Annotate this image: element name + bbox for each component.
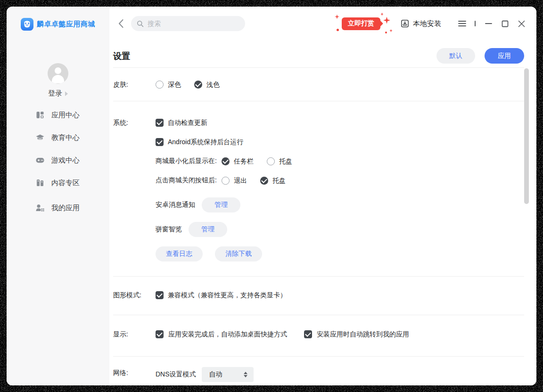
radio-checked-icon[interactable] <box>194 81 202 89</box>
sidebar-item-app-center[interactable]: 应用中心 <box>7 104 109 126</box>
maximize-button[interactable] <box>500 19 510 28</box>
pianchuang-row: 骈窗智览 管理 <box>156 222 524 237</box>
sidebar-nav: 应用中心 教育中心 游戏中心 <box>7 104 109 219</box>
apps-icon <box>35 110 45 120</box>
option-label: Android系统保持后台运行 <box>168 136 243 147</box>
reward-badge-wrap: 立即打赏 <box>342 17 380 30</box>
sidebar-item-label: 我的应用 <box>51 204 80 212</box>
pianchuang-manage-button[interactable]: 管理 <box>189 222 227 237</box>
login-link[interactable]: 登录 <box>7 89 109 98</box>
sparkle-dot-icon <box>385 32 387 33</box>
view-log-button[interactable]: 查看日志 <box>156 246 203 261</box>
page-header: 设置 默认 应用 <box>113 41 524 67</box>
close-option-tray[interactable]: 托盘 <box>260 175 286 186</box>
search-box <box>131 16 245 31</box>
android-background-checkbox-option[interactable]: Android系统保持后台运行 <box>156 136 243 147</box>
close-question-label: 点击商城关闭按钮后: <box>156 176 217 185</box>
sidebar-item-label: 游戏中心 <box>51 156 80 165</box>
skin-option-dark[interactable]: 深色 <box>156 79 181 90</box>
controls-divider <box>475 21 476 26</box>
section-display: 显示: 应用安装完成后，自动添加桌面快捷方式 安装应用时自动跳转到我的应用 <box>113 315 524 356</box>
select-arrows-icon <box>244 372 247 377</box>
header-buttons: 默认 应用 <box>436 48 524 64</box>
section-body: 自动检查更新 Android系统保持后台运行 商城最小化后显示在: <box>156 117 524 261</box>
compat-mode-checkbox-option[interactable]: 兼容模式（兼容性更高，支持各类显卡） <box>156 289 287 301</box>
sparkle-icon <box>383 17 390 24</box>
section-label: 网络: <box>113 367 156 382</box>
clear-download-button[interactable]: 清除下载 <box>215 246 262 261</box>
android-notify-manage-button[interactable]: 管理 <box>202 197 240 212</box>
local-install-label: 本地安装 <box>413 19 441 28</box>
auto-update-row: 自动检查更新 <box>156 117 524 128</box>
close-option-exit[interactable]: 退出 <box>222 175 247 186</box>
maximize-icon <box>502 20 509 27</box>
section-skin: 皮肤: 深色 浅色 <box>113 67 524 101</box>
section-label: 系统: <box>113 117 156 261</box>
close-button[interactable] <box>517 19 526 28</box>
display-options-row: 应用安装完成后，自动添加桌面快捷方式 安装应用时自动跳转到我的应用 <box>156 328 524 340</box>
pianchuang-label: 骈窗智览 <box>156 225 182 234</box>
sidebar-item-game-center[interactable]: 游戏中心 <box>7 149 109 172</box>
reward-button[interactable]: 立即打赏 <box>342 17 380 30</box>
auto-update-checkbox-option[interactable]: 自动检查更新 <box>156 117 207 128</box>
search-input[interactable] <box>148 20 239 27</box>
section-body: DNS设置模式 自动 <box>156 367 524 382</box>
section-body: 兼容模式（兼容性更高，支持各类显卡） <box>156 289 524 301</box>
radio-unchecked-icon[interactable] <box>222 177 230 185</box>
radio-unchecked-icon[interactable] <box>267 157 275 165</box>
scrollbar-thumb[interactable] <box>524 68 529 204</box>
avatar-head-shape <box>55 67 61 74</box>
checkbox-checked-icon[interactable] <box>156 330 164 338</box>
sidebar-item-label: 教育中心 <box>51 133 80 142</box>
checkbox-checked-icon[interactable] <box>304 330 312 338</box>
apply-button[interactable]: 应用 <box>485 48 524 64</box>
checkbox-checked-icon[interactable] <box>156 119 164 127</box>
option-label: 应用安装完成后，自动添加桌面快捷方式 <box>168 328 287 340</box>
sidebar-item-my-apps[interactable]: 我的应用 <box>7 196 109 219</box>
desktop-shortcut-checkbox-option[interactable]: 应用安装完成后，自动添加桌面快捷方式 <box>156 328 287 340</box>
sidebar-item-label: 内容专区 <box>51 179 80 188</box>
minimize-option-taskbar[interactable]: 任务栏 <box>222 155 254 167</box>
option-label: 自动检查更新 <box>168 117 207 128</box>
sparkle-icon <box>335 15 339 19</box>
minimize-target-row: 商城最小化后显示在: 任务栏 托盘 <box>156 155 524 167</box>
dns-mode-value: 自动 <box>209 370 244 379</box>
skin-options-row: 深色 浅色 <box>156 79 524 90</box>
radio-checked-icon[interactable] <box>260 177 268 185</box>
default-button[interactable]: 默认 <box>436 48 475 64</box>
hamburger-icon <box>458 20 466 27</box>
checkbox-checked-icon[interactable] <box>156 291 164 299</box>
option-label: 退出 <box>234 175 247 186</box>
settings-content: 设置 默认 应用 皮肤: 深色 <box>113 41 524 385</box>
minimize-button[interactable] <box>484 19 493 28</box>
back-button[interactable] <box>115 18 126 29</box>
minimize-icon <box>485 23 492 24</box>
checkbox-checked-icon[interactable] <box>156 138 164 146</box>
sparkle-icon <box>389 29 393 33</box>
minimize-option-tray[interactable]: 托盘 <box>267 155 292 167</box>
window-controls <box>457 19 526 28</box>
radio-checked-icon[interactable] <box>222 157 230 165</box>
chevron-right-icon <box>65 91 68 96</box>
avatar[interactable] <box>48 63 68 84</box>
minimize-question-label: 商城最小化后显示在: <box>156 157 217 165</box>
radio-unchecked-icon[interactable] <box>156 81 164 89</box>
gamepad-icon <box>35 155 45 165</box>
skin-option-light[interactable]: 浅色 <box>194 79 220 90</box>
log-buttons-row: 查看日志 清除下载 <box>156 246 524 261</box>
jump-my-apps-checkbox-option[interactable]: 安装应用时自动跳转到我的应用 <box>304 328 409 340</box>
option-label: 兼容模式（兼容性更高，支持各类显卡） <box>168 289 287 301</box>
local-install-button[interactable]: 本地安装 <box>400 19 441 28</box>
section-system: 系统: 自动检查更新 Android系统保持后台运行 <box>113 101 524 276</box>
dns-mode-select[interactable]: 自动 <box>202 367 254 382</box>
menu-button[interactable] <box>457 19 467 28</box>
sidebar-item-education-center[interactable]: 教育中心 <box>7 126 109 149</box>
close-action-row: 点击商城关闭按钮后: 退出 托盘 <box>156 175 524 186</box>
close-icon <box>518 20 525 27</box>
section-label: 皮肤: <box>113 79 156 90</box>
app-logo-text: 麟卓卓懿应用商城 <box>37 20 95 29</box>
topbar: 立即打赏 本地安装 <box>109 7 536 41</box>
sparkle-dot-icon <box>337 29 339 31</box>
option-label: 浅色 <box>206 79 220 90</box>
sidebar-item-content-zone[interactable]: 内容专区 <box>7 172 109 194</box>
